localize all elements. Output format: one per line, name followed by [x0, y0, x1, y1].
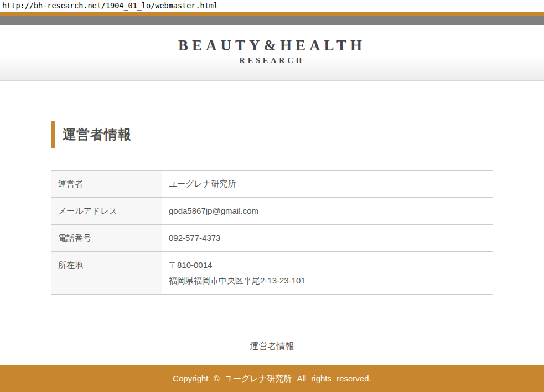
row-value: 092-577-4373: [162, 225, 493, 252]
row-value: 〒810-0014 福岡県福岡市中央区平尾2-13-23-101: [162, 252, 493, 295]
heading-accent-bar: [51, 121, 55, 148]
row-value: ユーグレナ研究所: [162, 171, 493, 198]
site-header: BEAUTY&HEALTH RESEARCH: [0, 25, 544, 81]
info-table: 運営者 ユーグレナ研究所 メールアドレス goda5867jp@gmail.co…: [51, 170, 493, 295]
top-accent-strip: [0, 12, 544, 16]
address-line: 福岡県福岡市中央区平尾2-13-23-101: [169, 275, 486, 286]
row-label: 運営者: [51, 171, 162, 198]
url-text: http://bh-research.net/1904_01_lo/webmas…: [0, 0, 544, 12]
logo-subtitle: RESEARCH: [178, 56, 366, 66]
table-row: 運営者 ユーグレナ研究所: [51, 171, 493, 198]
row-label: 所在地: [51, 252, 162, 295]
logo-title: BEAUTY&HEALTH: [178, 37, 366, 54]
row-label: メールアドレス: [51, 198, 162, 225]
section-heading: 運営者情報: [51, 121, 132, 148]
page-title: 運営者情報: [63, 126, 132, 143]
table-row: 電話番号 092-577-4373: [51, 225, 493, 252]
page: http://bh-research.net/1904_01_lo/webmas…: [0, 0, 544, 392]
footer-nav: 運営者情報: [0, 341, 544, 353]
footer-copyright-bar: Copyright © ユーグレナ研究所 All rights reserved…: [0, 365, 544, 392]
table-row: メールアドレス goda5867jp@gmail.com: [51, 198, 493, 225]
footer-nav-link[interactable]: 運営者情報: [250, 342, 294, 351]
row-label: 電話番号: [51, 225, 162, 252]
table-row: 所在地 〒810-0014 福岡県福岡市中央区平尾2-13-23-101: [51, 252, 493, 295]
row-value: goda5867jp@gmail.com: [162, 198, 493, 225]
postal-code: 〒810-0014: [169, 260, 486, 271]
site-logo: BEAUTY&HEALTH RESEARCH: [178, 37, 366, 66]
top-gray-strip: [0, 16, 544, 25]
copyright-text: Copyright © ユーグレナ研究所 All rights reserved…: [173, 374, 371, 383]
